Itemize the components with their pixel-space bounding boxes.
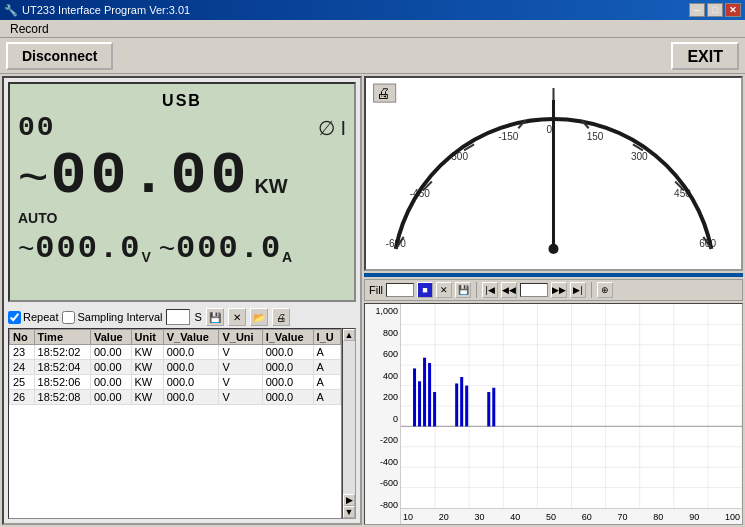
title-bar: 🔧 UT233 Interface Program Ver:3.01 ─ □ ✕ <box>0 0 745 20</box>
tilde-a: ~ <box>159 233 175 265</box>
title-bar-left: 🔧 UT233 Interface Program Ver:3.01 <box>4 4 190 17</box>
connection-label: USB <box>18 92 346 110</box>
svg-rect-48 <box>460 377 463 426</box>
interval-checkbox-label[interactable]: Sampling Interval <box>62 311 162 324</box>
table-cell: 25 <box>10 375 35 390</box>
repeat-checkbox[interactable] <box>8 311 21 324</box>
app-title: UT233 Interface Program Ver:3.01 <box>22 4 190 16</box>
chart-y-axis: 1,000 800 600 400 200 0 -200 -400 -600 -… <box>365 304 401 524</box>
chart-area: 1,000 800 600 400 200 0 -200 -400 -600 -… <box>364 303 743 525</box>
repeat-label: Repeat <box>23 311 58 323</box>
menu-record[interactable]: Record <box>6 22 53 36</box>
table-cell: KW <box>131 390 163 405</box>
chart-next-btn[interactable]: ▶▶ <box>551 282 567 298</box>
app-icon: 🔧 <box>4 4 18 17</box>
page-input[interactable]: 1 <box>520 283 548 297</box>
print-icon[interactable]: 🖨 <box>272 308 290 326</box>
left-panel: USB 00 ∅ I ~ 00.00 KW AUTO ~ 000.0 V ~ 0… <box>2 76 362 525</box>
gauge-separator <box>364 273 743 277</box>
main-unit: KW <box>254 175 287 198</box>
chart-svg <box>401 304 742 508</box>
col-time: Time <box>34 330 90 345</box>
col-unit: Unit <box>131 330 163 345</box>
table-cell: 24 <box>10 360 35 375</box>
scroll-up[interactable]: ▲ <box>343 329 355 341</box>
sampling-row: Repeat Sampling Interval 10 S 💾 ✕ 📂 🖨 <box>8 306 356 328</box>
maximize-button[interactable]: □ <box>707 3 723 17</box>
interval-checkbox[interactable] <box>62 311 75 324</box>
col-vuni: V_Uni <box>219 330 262 345</box>
close-button[interactable]: ✕ <box>725 3 741 17</box>
interval-input[interactable]: 10 <box>166 309 190 325</box>
scroll-right[interactable]: ▶ <box>343 494 355 506</box>
svg-rect-49 <box>465 386 468 427</box>
table-cell: 000.0 <box>163 375 219 390</box>
disconnect-button[interactable]: Disconnect <box>6 42 113 70</box>
table-scrollbar[interactable]: ▲ ▶ ▼ <box>342 328 356 519</box>
col-vvalue: V_Value <box>163 330 219 345</box>
table-cell: V <box>219 360 262 375</box>
table-cell: 26 <box>10 390 35 405</box>
table-row: 2518:52:0600.00KW000.0V000.0A <box>10 375 341 390</box>
table-cell: KW <box>131 360 163 375</box>
table-cell: 00.00 <box>91 345 132 360</box>
svg-rect-43 <box>418 381 421 426</box>
table-cell: V <box>219 390 262 405</box>
fill-input[interactable]: 100 <box>386 283 414 297</box>
chart-prev-btn[interactable]: ◀◀ <box>501 282 517 298</box>
svg-rect-45 <box>428 363 431 426</box>
current-reading: ~ 000.0 A <box>159 230 293 267</box>
table-cell: A <box>313 390 340 405</box>
tilde-v: ~ <box>18 233 34 265</box>
fill-label: Fill <box>369 284 383 296</box>
chart-color-btn[interactable]: ■ <box>417 282 433 298</box>
chart-save-btn[interactable]: 💾 <box>455 282 471 298</box>
a-unit: A <box>282 249 292 265</box>
table-row: 2318:52:0200.00KW000.0V000.0A <box>10 345 341 360</box>
chart-first-btn[interactable]: |◀ <box>482 282 498 298</box>
svg-text:-150: -150 <box>498 131 519 142</box>
svg-rect-42 <box>413 368 416 426</box>
table-cell: 18:52:04 <box>34 360 90 375</box>
data-section: Repeat Sampling Interval 10 S 💾 ✕ 📂 🖨 <box>8 306 356 519</box>
table-cell: 000.0 <box>262 360 313 375</box>
main-reading: ~ 00.00 KW <box>18 146 346 206</box>
svg-rect-46 <box>433 392 436 426</box>
table-cell: 000.0 <box>163 360 219 375</box>
table-wrapper: No Time Value Unit V_Value V_Uni I_Value… <box>8 328 356 519</box>
scroll-down[interactable]: ▼ <box>343 506 355 518</box>
table-row: 2418:52:0400.00KW000.0V000.0A <box>10 360 341 375</box>
svg-text:300: 300 <box>631 151 648 162</box>
save-icon[interactable]: 💾 <box>206 308 224 326</box>
svg-text:150: 150 <box>587 131 604 142</box>
voltage-reading: ~ 000.0 V <box>18 230 151 267</box>
svg-rect-44 <box>423 358 426 427</box>
v-unit: V <box>141 249 150 265</box>
table-cell: 00.00 <box>91 375 132 390</box>
table-cell: A <box>313 360 340 375</box>
table-row: 2618:52:0800.00KW000.0V000.0A <box>10 390 341 405</box>
table-cell: 00.00 <box>91 390 132 405</box>
title-bar-controls[interactable]: ─ □ ✕ <box>689 3 741 17</box>
chart-last-btn[interactable]: ▶| <box>570 282 586 298</box>
tilde-big: ~ <box>18 150 48 202</box>
table-cell: V <box>219 375 262 390</box>
exit-button[interactable]: EXIT <box>671 42 739 70</box>
chart-x-axis: 10 20 30 40 50 60 70 80 90 100 <box>401 508 742 524</box>
chart-x-btn[interactable]: ✕ <box>436 282 452 298</box>
repeat-checkbox-label[interactable]: Repeat <box>8 311 58 324</box>
table-cell: 18:52:02 <box>34 345 90 360</box>
delete-icon[interactable]: ✕ <box>228 308 246 326</box>
svg-rect-47 <box>455 383 458 426</box>
chart-plot <box>401 304 742 508</box>
v-digits: 000.0 <box>35 230 141 267</box>
minimize-button[interactable]: ─ <box>689 3 705 17</box>
table-cell: 23 <box>10 345 35 360</box>
svg-point-19 <box>548 244 558 254</box>
zoom-button[interactable]: ⊕ <box>597 282 613 298</box>
chart-toolbar: Fill 100 ■ ✕ 💾 |◀ ◀◀ 1 ▶▶ ▶| ⊕ <box>364 279 743 301</box>
folder-icon[interactable]: 📂 <box>250 308 268 326</box>
main-digits: 00.00 <box>50 146 250 206</box>
svg-rect-51 <box>492 388 495 427</box>
bottom-readings: ~ 000.0 V ~ 000.0 A <box>18 230 346 267</box>
